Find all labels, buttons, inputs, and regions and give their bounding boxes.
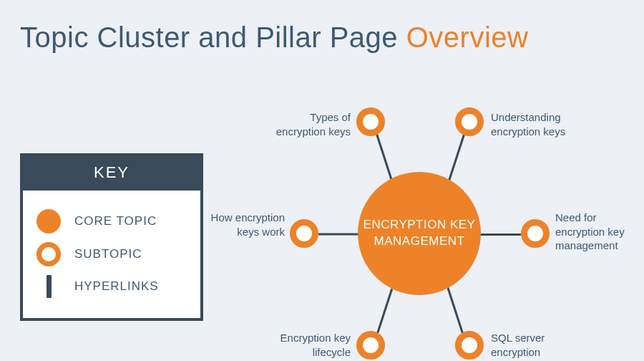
subtopic-label: How encryption keys work	[210, 211, 285, 239]
subtopic-label: SQL server encryption	[491, 331, 577, 359]
subtopic-icon	[36, 242, 62, 266]
subtopic-node	[455, 107, 484, 136]
core-topic-icon	[36, 209, 62, 234]
core-topic-node: ENCRYPTION KEY MANAGEMENT	[358, 172, 481, 295]
topic-cluster-diagram: ENCRYPTION KEY MANAGEMENT Types of encry…	[236, 115, 623, 358]
legend-header: KEY	[23, 156, 200, 191]
legend-label-core: CORE TOPIC	[74, 214, 157, 228]
page-title: Topic Cluster and Pillar Page Overview	[20, 21, 528, 54]
legend-label-subtopic: SUBTOPIC	[74, 247, 142, 261]
title-main: Topic Cluster and Pillar Page	[20, 21, 406, 53]
subtopic-node	[455, 331, 484, 360]
core-topic-label: ENCRYPTION KEY MANAGEMENT	[358, 217, 481, 250]
title-accent: Overview	[406, 21, 529, 53]
legend-body: CORE TOPIC SUBTOPIC HYPERLINKS	[23, 191, 200, 318]
legend-panel: KEY CORE TOPIC SUBTOPIC HYPERLINKS	[20, 153, 203, 321]
legend-row-subtopic: SUBTOPIC	[36, 242, 187, 266]
subtopic-node	[356, 107, 385, 136]
subtopic-node	[521, 219, 550, 248]
legend-label-hyperlinks: HYPERLINKS	[74, 279, 159, 294]
hyperlink-icon	[36, 275, 62, 298]
hyperlink-spoke	[479, 234, 521, 236]
subtopic-label: Encryption key lifecycle	[275, 331, 351, 359]
hyperlink-spoke	[318, 234, 360, 236]
subtopic-node	[290, 219, 318, 248]
legend-row-core: CORE TOPIC	[36, 209, 187, 234]
subtopic-label: Need for encryption key management	[555, 211, 644, 253]
subtopic-label: Types of encryption keys	[268, 110, 351, 138]
legend-row-hyperlinks: HYPERLINKS	[36, 275, 187, 298]
subtopic-node	[356, 331, 385, 360]
subtopic-label: Understanding encryption keys	[491, 110, 591, 138]
